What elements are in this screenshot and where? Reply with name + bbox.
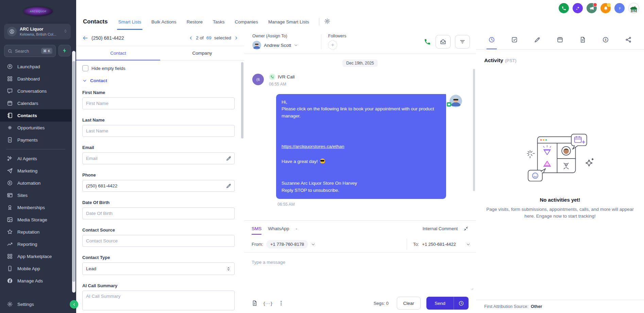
sidebar-item[interactable]: Memberships xyxy=(0,201,71,214)
call-contact-button[interactable] xyxy=(424,38,431,45)
header-tab[interactable]: Bulk Actions xyxy=(146,14,182,30)
smart-list-settings-icon[interactable] xyxy=(324,18,331,26)
rhino-logo-icon xyxy=(629,3,639,13)
sidebar-item[interactable]: Conversations xyxy=(0,85,71,97)
back-button[interactable] xyxy=(82,35,88,41)
contact-avatar: (6 xyxy=(252,74,264,85)
next-contact-button[interactable] xyxy=(234,36,239,40)
prev-contact-button[interactable] xyxy=(188,36,193,40)
account-switcher[interactable]: ARC Liquor Kelowna, British Col... xyxy=(4,24,71,39)
composer-channel-tab[interactable]: SMS xyxy=(252,221,261,236)
sidebar-collapse-button[interactable] xyxy=(70,300,78,309)
activity-tab[interactable] xyxy=(533,30,541,49)
sms-message-bubble[interactable]: Hi, Please click on the following link t… xyxy=(276,94,446,199)
sidebar-item-label: Manage Ads xyxy=(17,278,43,283)
edit-pencil-icon[interactable] xyxy=(226,155,232,161)
sidebar-item[interactable]: AI Agents xyxy=(0,152,71,165)
field-textarea[interactable] xyxy=(82,291,235,310)
sidebar-item[interactable]: Manage Ads xyxy=(0,275,71,287)
field-input[interactable] xyxy=(82,152,235,164)
contact-panel-tab[interactable]: Contact xyxy=(76,46,160,60)
sender-avatar xyxy=(450,95,462,107)
header-tab[interactable]: Manage Smart Lists xyxy=(263,14,314,30)
owner-select[interactable]: Andrew Scott xyxy=(252,41,314,50)
field-input[interactable] xyxy=(82,180,235,192)
contact-phone-title: (250) 681-4422 xyxy=(91,35,124,41)
sidebar-item[interactable]: Calendars xyxy=(0,97,71,109)
collapse-composer-icon[interactable] xyxy=(463,226,469,231)
header-tab[interactable]: Restore xyxy=(182,14,208,30)
sidebar: ARC LIQUOR ARC Liquor Kelowna, British C… xyxy=(0,0,76,313)
field-input[interactable] xyxy=(82,207,235,219)
activity-tab[interactable] xyxy=(601,30,610,49)
quick-actions-button[interactable] xyxy=(58,45,71,56)
user-avatar[interactable] xyxy=(628,3,639,14)
activity-panel: Activity(PST) xyxy=(476,30,644,313)
activity-tab[interactable] xyxy=(624,30,632,49)
composer-channel-tab[interactable]: - xyxy=(296,221,298,236)
sidebar-item[interactable]: Media Storage xyxy=(0,214,71,226)
pager-total[interactable]: 69 xyxy=(206,35,211,40)
gear-icon xyxy=(7,301,13,307)
from-number-select[interactable]: +1 778-760-8178 xyxy=(266,240,308,248)
conversation-scrollbar[interactable] xyxy=(473,69,475,191)
internal-comment-toggle[interactable]: Internal Comment xyxy=(423,226,458,231)
sidebar-item[interactable]: Launchpad xyxy=(0,60,71,73)
resize-handle-icon[interactable] xyxy=(470,286,474,292)
clear-button[interactable]: Clear xyxy=(397,297,421,310)
filter-button[interactable] xyxy=(455,35,470,49)
field-input[interactable] xyxy=(82,125,235,137)
message-text: Please click on the following link to bo… xyxy=(282,106,434,118)
send-button[interactable]: Send xyxy=(426,297,454,310)
composer-channel-tab[interactable]: WhatsApp xyxy=(268,221,289,236)
field-input[interactable] xyxy=(82,97,235,109)
contact-panel-scrollbar[interactable] xyxy=(241,62,243,139)
header-tab[interactable]: Tasks xyxy=(208,14,230,30)
sidebar-search-input[interactable]: Search ⌘ K xyxy=(4,45,56,57)
sidebar-item[interactable]: Reporting xyxy=(0,238,71,250)
agency-logo: ARC LIQUOR xyxy=(23,7,53,16)
owner-name: Andrew Scott xyxy=(264,43,291,48)
sidebar-item-settings[interactable]: Settings xyxy=(0,298,71,310)
sidebar-item[interactable]: Automation xyxy=(0,177,71,189)
custom-values-icon[interactable]: {···} xyxy=(264,301,273,306)
sidebar-scrollbar[interactable] xyxy=(72,51,75,293)
owner-avatar xyxy=(252,41,261,50)
sidebar-item[interactable]: Reputation xyxy=(0,226,71,238)
activity-tab[interactable] xyxy=(579,30,587,49)
templates-icon[interactable] xyxy=(252,300,258,306)
sidebar-scrollbar-thumb[interactable] xyxy=(72,61,75,282)
form-field: Email xyxy=(82,145,235,164)
sidebar-item-label: Calendars xyxy=(17,101,38,106)
field-input[interactable] xyxy=(82,235,235,247)
sidebar-item[interactable]: App Marketplace xyxy=(0,250,71,262)
header-tab[interactable]: Companies xyxy=(230,14,263,30)
hide-empty-fields-checkbox[interactable] xyxy=(82,65,88,71)
schedule-send-button[interactable] xyxy=(454,297,469,310)
event-title[interactable]: IVR Call xyxy=(278,74,295,79)
sidebar-item[interactable]: Mobile App xyxy=(0,262,71,275)
activity-tab[interactable] xyxy=(488,30,496,49)
sidebar-item[interactable]: Payments xyxy=(0,134,71,146)
contact-panel-tab[interactable]: Company xyxy=(160,46,244,60)
sidebar-item[interactable]: Opportunities xyxy=(0,122,71,134)
email-button[interactable] xyxy=(436,35,451,49)
activity-tab[interactable] xyxy=(510,30,519,49)
sidebar-item[interactable]: Dashboard xyxy=(0,73,71,85)
add-follower-button[interactable] xyxy=(328,40,337,50)
sidebar-item[interactable]: Contacts xyxy=(0,109,71,122)
field-select[interactable]: Lead xyxy=(82,262,235,275)
contact-section-toggle[interactable]: Contact xyxy=(82,78,235,83)
message-input[interactable] xyxy=(244,253,476,293)
header-tab[interactable]: Smart Lists xyxy=(113,14,147,30)
more-options-icon[interactable]: ⋮ xyxy=(278,300,284,306)
chevron-down-icon[interactable] xyxy=(466,242,471,247)
sidebar-item[interactable]: Marketing xyxy=(0,165,71,177)
chevron-down-icon[interactable] xyxy=(311,242,316,247)
edit-pencil-icon[interactable] xyxy=(226,183,232,189)
activity-tab[interactable] xyxy=(556,30,564,49)
filter-icon xyxy=(459,39,465,45)
payments-icon xyxy=(7,137,13,143)
sidebar-item[interactable]: Sites xyxy=(0,189,71,201)
to-number-select[interactable]: +1 250-681-4422 xyxy=(422,242,456,247)
